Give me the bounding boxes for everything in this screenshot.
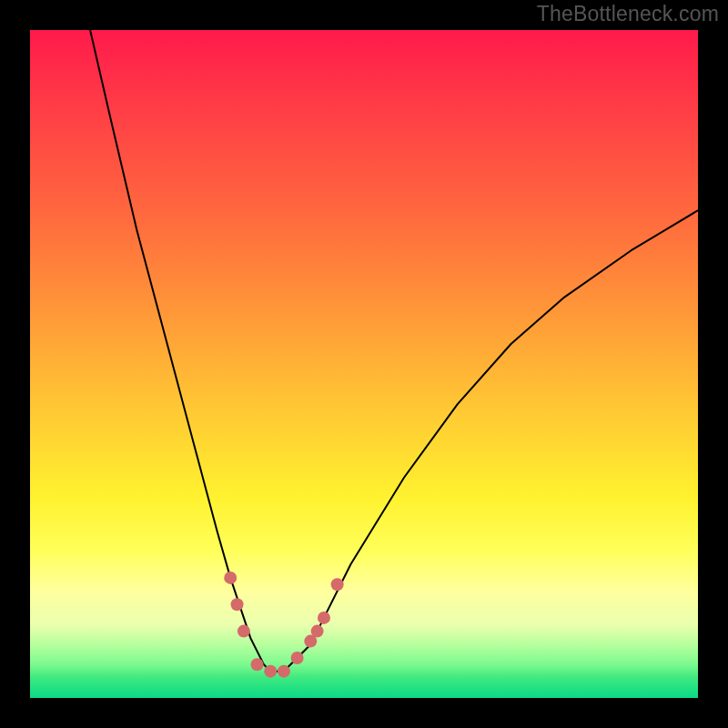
watermark-text: TheBottleneck.com (537, 2, 719, 26)
data-point (278, 665, 290, 678)
data-point (264, 665, 277, 678)
bottleneck-curve (90, 30, 698, 672)
data-point (231, 598, 244, 611)
data-point (251, 658, 264, 671)
data-point (318, 612, 330, 624)
data-point (238, 625, 250, 638)
data-point (291, 652, 304, 664)
plot-area (30, 30, 698, 698)
data-point (311, 625, 324, 638)
curve-path (90, 30, 698, 672)
chart-svg (30, 30, 698, 698)
bottleneck-data-points (224, 571, 343, 678)
data-point (331, 578, 344, 591)
data-point (224, 571, 237, 584)
chart-container: TheBottleneck.com (0, 0, 728, 728)
